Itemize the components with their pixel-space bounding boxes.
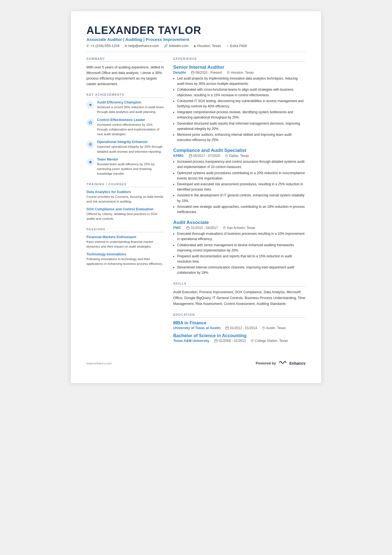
achievements-section-title: KEY ACHIEVEMENTS xyxy=(86,93,164,98)
svg-rect-19 xyxy=(226,327,229,329)
achievement-icon-1 xyxy=(86,101,94,109)
training-desc-2: Offered by Udemy, detailing best practic… xyxy=(86,212,164,221)
exp-date-2: 05/2017 - 07/2020 xyxy=(189,154,220,158)
candidate-title: Associate Auditor | Auditing | Process I… xyxy=(86,37,306,42)
passion-item-2: Technology Innovations Following innovat… xyxy=(86,252,164,267)
exp-bullet: Conducted IT SOX testing, discovering ke… xyxy=(177,98,306,109)
svg-point-18 xyxy=(224,227,224,228)
achievement-desc-4: Boosted team audit efficiency by 25% by … xyxy=(97,162,164,176)
achievement-item: Control Effectiveness Leader Increased c… xyxy=(86,118,164,137)
exp-job-title-2: Compliance and Audit Specialist xyxy=(173,148,306,153)
achievement-desc-3: Improved operational integrity by 20% th… xyxy=(97,144,164,154)
exp-meta-2: KPMG 05/2017 - 07/2020 Dallas, Texas xyxy=(173,154,306,158)
svg-point-13 xyxy=(226,155,227,156)
exp-bullets-1: Led audit projects by implementing innov… xyxy=(177,76,306,143)
exp-meta-1: Deloitte 08/2020 - Present Houston, Texa… xyxy=(173,71,306,75)
exp-bullet: Innovated new strategic audit approaches… xyxy=(177,204,306,215)
svg-rect-4 xyxy=(191,71,194,74)
achievements-section: KEY ACHIEVEMENTS Audit Efficiency Champi… xyxy=(86,93,164,176)
edu-item-2: Bachelor of Science in Accounting Texas … xyxy=(173,333,306,343)
powered-by-label: Powered by xyxy=(256,361,276,365)
exp-bullet: Led audit projects by implementing innov… xyxy=(177,76,306,87)
exp-company-1: Deloitte xyxy=(173,71,186,75)
exp-bullet: Increased process transparency and contr… xyxy=(177,159,306,170)
right-column: EXPERIENCE Senior Internal Auditor Deloi… xyxy=(173,57,306,349)
footer-website: www.enhancv.com xyxy=(86,362,112,365)
resume-page: ALEXANDER TAYLOR Associate Auditor | Aud… xyxy=(71,11,321,383)
skills-text: Audit Execution, Process Improvement, SO… xyxy=(173,289,306,307)
main-columns: SUMMARY With over 5 years of auditing ex… xyxy=(86,57,306,349)
edu-item-1: MBA in Finance University of Texas at Au… xyxy=(173,320,306,330)
exp-bullet: Executed thorough evaluations of busines… xyxy=(177,231,306,242)
education-section: EDUCATION MBA in Finance University of T… xyxy=(173,313,306,343)
achievement-title-3: Operational Integrity Enhancer xyxy=(97,140,164,144)
skills-section-title: SKILLS xyxy=(173,282,306,287)
contact-location: ◈ Houston, Texas xyxy=(193,44,221,48)
svg-point-8 xyxy=(228,72,229,73)
left-column: SUMMARY With over 5 years of auditing ex… xyxy=(86,57,164,349)
candidate-name: ALEXANDER TAYLOR xyxy=(86,24,306,36)
summary-text: With over 5 years of auditing experience… xyxy=(86,65,164,87)
edu-school-1: University of Texas at Austin xyxy=(173,326,220,330)
training-title-1: Data Analytics for Auditors xyxy=(86,190,164,194)
exp-bullet: Collaborated with cross-functional teams… xyxy=(177,87,306,98)
exp-job-title-3: Audit Associate xyxy=(173,220,306,225)
exp-bullet: Integrated comprehensive process reviews… xyxy=(177,110,306,120)
contact-bar: ✆ +1-(234)-555-1234 ✉ help@enhancv.com 🔗… xyxy=(86,44,306,48)
exp-bullet: Mentored junior auditors, enhancing inte… xyxy=(177,132,306,143)
exp-bullets-3: Executed thorough evaluations of busines… xyxy=(177,231,306,276)
summary-section-title: SUMMARY xyxy=(86,57,164,62)
achievement-item: Audit Efficiency Champion Achieved a rec… xyxy=(86,100,164,115)
achievement-title-1: Audit Efficiency Champion xyxy=(97,100,164,104)
exp-date-3: 01/2015 - 04/2017 xyxy=(186,226,218,230)
passion-desc-2: Following innovations in technology and … xyxy=(86,257,164,267)
training-item-1: Data Analytics for Auditors Course provi… xyxy=(86,190,164,204)
edu-location-2: College Station, Texas xyxy=(251,339,288,343)
svg-marker-3 xyxy=(89,160,92,164)
footer-brand: Enhancv xyxy=(289,361,306,366)
exp-meta-3: PWC 01/2015 - 04/2017 San Antonio, Texas xyxy=(173,226,306,230)
experience-section-title: EXPERIENCE xyxy=(173,57,306,62)
exp-bullet: Optimized systems audit procedures contr… xyxy=(177,171,306,181)
header-divider xyxy=(86,52,306,52)
achievement-content-4: Team Mentor Boosted team audit efficienc… xyxy=(97,157,164,176)
achievement-content-3: Operational Integrity Enhancer Improved … xyxy=(97,140,164,154)
exp-bullets-2: Increased process transparency and contr… xyxy=(177,159,306,215)
edu-date-2: 01/2008 - 01/2012 xyxy=(214,339,246,343)
achievement-item: Team Mentor Boosted team audit efficienc… xyxy=(86,157,164,176)
footer-logo: Powered by Enhancv xyxy=(256,360,306,366)
enhancv-logo-icon xyxy=(278,360,287,366)
achievement-icon-3 xyxy=(86,140,94,148)
edu-meta-2: Texas A&M University 01/2008 - 01/2012 C… xyxy=(173,339,306,343)
location-icon: ◈ xyxy=(193,44,196,48)
exp-job-title-1: Senior Internal Auditor xyxy=(173,65,306,70)
exp-bullet: Streamlined internal communication chann… xyxy=(177,265,306,275)
exp-date-1: 08/2020 - Present xyxy=(191,71,222,75)
edu-date-1: 01/2012 - 01/2014 xyxy=(225,326,257,330)
svg-rect-9 xyxy=(189,155,192,157)
training-section-title: TRAINING / COURSES xyxy=(86,182,164,187)
svg-point-28 xyxy=(252,340,252,341)
training-item-2: SOX Compliance and Control Evaluation Of… xyxy=(86,207,164,221)
achievement-item: Operational Integrity Enhancer Improved … xyxy=(86,140,164,154)
achievement-icon-2 xyxy=(86,119,94,126)
extra-icon: ☆ xyxy=(226,44,229,48)
exp-item-1: Senior Internal Auditor Deloitte 08/2020… xyxy=(173,65,306,143)
achievement-title-2: Control Effectiveness Leader xyxy=(97,118,164,122)
svg-marker-0 xyxy=(89,121,92,124)
exp-company-2: KPMG xyxy=(173,154,184,158)
experience-section: EXPERIENCE Senior Internal Auditor Deloi… xyxy=(173,57,306,276)
edu-location-1: Austin, Texas xyxy=(262,326,286,330)
skills-section: SKILLS Audit Execution, Process Improvem… xyxy=(173,282,306,307)
exp-location-2: Dallas, Texas xyxy=(225,154,249,158)
achievement-content-2: Control Effectiveness Leader Increased c… xyxy=(97,118,164,137)
passion-item-1: Financial Markets Enthusiasm Keen intere… xyxy=(86,235,164,249)
exp-item-2: Compliance and Audit Specialist KPMG 05/… xyxy=(173,148,306,215)
achievement-title-4: Team Mentor xyxy=(97,157,164,161)
edu-degree-2: Bachelor of Science in Accounting xyxy=(173,333,306,338)
passion-desc-1: Keen interest in understanding financial… xyxy=(86,240,164,249)
edu-degree-1: MBA in Finance xyxy=(173,320,306,325)
training-section: TRAINING / COURSES Data Analytics for Au… xyxy=(86,182,164,221)
summary-section: SUMMARY With over 5 years of auditing ex… xyxy=(86,57,164,87)
contact-phone: ✆ +1-(234)-555-1234 xyxy=(86,44,120,48)
